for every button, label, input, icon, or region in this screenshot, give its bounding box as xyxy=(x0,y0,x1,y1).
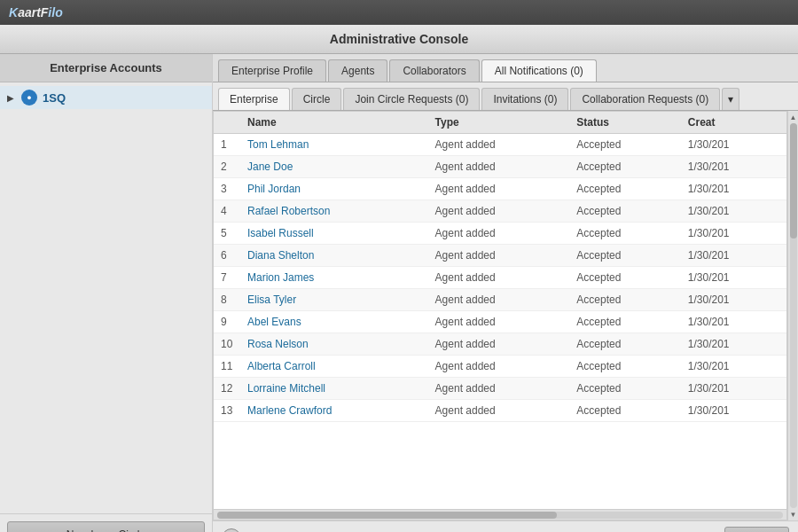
table-row[interactable]: 7 Marion James Agent added Accepted 1/30… xyxy=(214,267,786,289)
table-row[interactable]: 13 Marlene Crawford Agent added Accepted… xyxy=(214,400,786,422)
new-inner-circle-button[interactable]: New Inner-Circle xyxy=(7,521,205,532)
cell-num: 5 xyxy=(214,223,240,245)
bottom-toolbar: ? Delete xyxy=(213,520,798,532)
cell-name[interactable]: Jane Doe xyxy=(240,156,428,178)
sidebar-header: Enterprise Accounts xyxy=(0,54,212,82)
horizontal-scrollbar[interactable] xyxy=(214,509,786,520)
col-name: Name xyxy=(240,112,428,134)
cell-num: 12 xyxy=(214,378,240,400)
cell-created: 1/30/201 xyxy=(681,200,786,223)
cell-name[interactable]: Abel Evans xyxy=(240,311,428,333)
cell-name[interactable]: Phil Jordan xyxy=(240,178,428,200)
cell-status: Accepted xyxy=(569,267,680,289)
delete-button[interactable]: Delete xyxy=(724,527,789,532)
cell-created: 1/30/201 xyxy=(681,378,786,400)
subtab-invitations[interactable]: Invitations (0) xyxy=(481,88,568,110)
cell-name[interactable]: Rafael Robertson xyxy=(240,200,428,223)
window-title: Administrative Console xyxy=(330,32,468,46)
cell-num: 3 xyxy=(214,178,240,200)
cell-created: 1/30/201 xyxy=(681,289,786,311)
scroll-track-vertical xyxy=(790,123,797,508)
sidebar-footer: New Inner-Circle xyxy=(0,513,212,532)
table-scroll[interactable]: Name Type Status Creat 1 Tom Lehman Agen… xyxy=(214,112,786,509)
cell-name[interactable]: Marion James xyxy=(240,267,428,289)
cell-type: Agent added xyxy=(428,356,570,378)
app-logo: KaartFilo xyxy=(9,5,63,20)
cell-type: Agent added xyxy=(428,311,570,333)
cell-num: 4 xyxy=(214,200,240,223)
sidebar-item-1sq[interactable]: ▶ ● 1SQ xyxy=(0,86,212,109)
cell-status: Accepted xyxy=(569,200,680,223)
table-row[interactable]: 2 Jane Doe Agent added Accepted 1/30/201 xyxy=(214,156,786,178)
cell-type: Agent added xyxy=(428,200,570,223)
tab-all-notifications[interactable]: All Notifications (0) xyxy=(481,59,597,82)
tab-collaborators[interactable]: Collaborators xyxy=(389,59,479,82)
cell-created: 1/30/201 xyxy=(681,356,786,378)
cell-num: 6 xyxy=(214,245,240,267)
cell-name[interactable]: Rosa Nelson xyxy=(240,333,428,356)
tree-node-icon: ● xyxy=(21,90,37,106)
cell-status: Accepted xyxy=(569,289,680,311)
scroll-down-button[interactable]: ▼ xyxy=(789,510,798,519)
table-row[interactable]: 3 Phil Jordan Agent added Accepted 1/30/… xyxy=(214,178,786,200)
help-button[interactable]: ? xyxy=(222,528,241,532)
cell-status: Accepted xyxy=(569,178,680,200)
cell-num: 13 xyxy=(214,400,240,422)
table-row[interactable]: 8 Elisa Tyler Agent added Accepted 1/30/… xyxy=(214,289,786,311)
table-row[interactable]: 11 Alberta Carroll Agent added Accepted … xyxy=(214,356,786,378)
cell-status: Accepted xyxy=(569,400,680,422)
table-row[interactable]: 12 Lorraine Mitchell Agent added Accepte… xyxy=(214,378,786,400)
scroll-thumb-vertical xyxy=(790,123,797,239)
cell-type: Agent added xyxy=(428,378,570,400)
cell-name[interactable]: Isabel Russell xyxy=(240,223,428,245)
subtab-collaboration-requests[interactable]: Collaboration Requests (0) xyxy=(570,88,720,110)
table-row[interactable]: 10 Rosa Nelson Agent added Accepted 1/30… xyxy=(214,333,786,356)
subtab-join-circle-requests[interactable]: Join Circle Requests (0) xyxy=(343,88,480,110)
cell-created: 1/30/201 xyxy=(681,333,786,356)
cell-type: Agent added xyxy=(428,134,570,156)
cell-name[interactable]: Elisa Tyler xyxy=(240,289,428,311)
subtab-enterprise[interactable]: Enterprise xyxy=(218,88,290,110)
subtab-circle[interactable]: Circle xyxy=(292,88,342,110)
cell-status: Accepted xyxy=(569,134,680,156)
cell-num: 7 xyxy=(214,267,240,289)
table-row[interactable]: 5 Isabel Russell Agent added Accepted 1/… xyxy=(214,223,786,245)
cell-type: Agent added xyxy=(428,245,570,267)
cell-status: Accepted xyxy=(569,356,680,378)
sidebar-tree: ▶ ● 1SQ xyxy=(0,82,212,513)
col-type: Type xyxy=(428,112,570,134)
title-bar: Administrative Console xyxy=(0,25,798,54)
cell-created: 1/30/201 xyxy=(681,400,786,422)
cell-num: 9 xyxy=(214,311,240,333)
table-wrapper: Name Type Status Creat 1 Tom Lehman Agen… xyxy=(213,111,787,520)
cell-type: Agent added xyxy=(428,267,570,289)
sub-tab-bar: Enterprise Circle Join Circle Requests (… xyxy=(213,82,798,111)
table-row[interactable]: 4 Rafael Robertson Agent added Accepted … xyxy=(214,200,786,223)
table-row[interactable]: 6 Diana Shelton Agent added Accepted 1/3… xyxy=(214,245,786,267)
vertical-scrollbar[interactable]: ▲ ▼ xyxy=(787,111,798,520)
subtab-dropdown-button[interactable]: ▾ xyxy=(722,88,739,110)
tree-item-label: 1SQ xyxy=(43,91,66,105)
content-area: Enterprise Profile Agents Collaborators … xyxy=(213,54,798,532)
col-created: Creat xyxy=(681,112,786,134)
cell-type: Agent added xyxy=(428,289,570,311)
cell-created: 1/30/201 xyxy=(681,156,786,178)
sidebar: Enterprise Accounts ▶ ● 1SQ New Inner-Ci… xyxy=(0,54,213,532)
cell-name[interactable]: Lorraine Mitchell xyxy=(240,378,428,400)
main-container: Enterprise Accounts ▶ ● 1SQ New Inner-Ci… xyxy=(0,54,798,532)
top-tab-bar: Enterprise Profile Agents Collaborators … xyxy=(213,54,798,82)
cell-name[interactable]: Marlene Crawford xyxy=(240,400,428,422)
tab-enterprise-profile[interactable]: Enterprise Profile xyxy=(218,59,326,82)
cell-name[interactable]: Tom Lehman xyxy=(240,134,428,156)
table-row[interactable]: 1 Tom Lehman Agent added Accepted 1/30/2… xyxy=(214,134,786,156)
cell-created: 1/30/201 xyxy=(681,134,786,156)
cell-status: Accepted xyxy=(569,311,680,333)
cell-name[interactable]: Alberta Carroll xyxy=(240,356,428,378)
cell-name[interactable]: Diana Shelton xyxy=(240,245,428,267)
tab-agents[interactable]: Agents xyxy=(328,59,387,82)
table-row[interactable]: 9 Abel Evans Agent added Accepted 1/30/2… xyxy=(214,311,786,333)
cell-num: 1 xyxy=(214,134,240,156)
scroll-up-button[interactable]: ▲ xyxy=(789,113,798,121)
col-status: Status xyxy=(569,112,680,134)
app-top-bar: KaartFilo xyxy=(0,0,798,25)
